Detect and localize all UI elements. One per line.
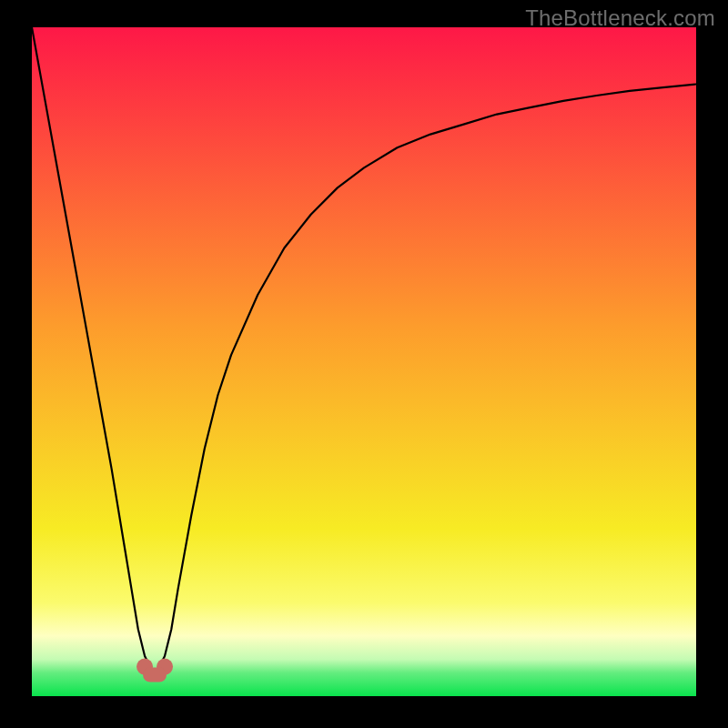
gradient-background xyxy=(32,27,696,696)
chart-frame: TheBottleneck.com xyxy=(0,0,728,728)
svg-rect-2 xyxy=(143,668,167,682)
bottleneck-chart xyxy=(32,27,696,696)
